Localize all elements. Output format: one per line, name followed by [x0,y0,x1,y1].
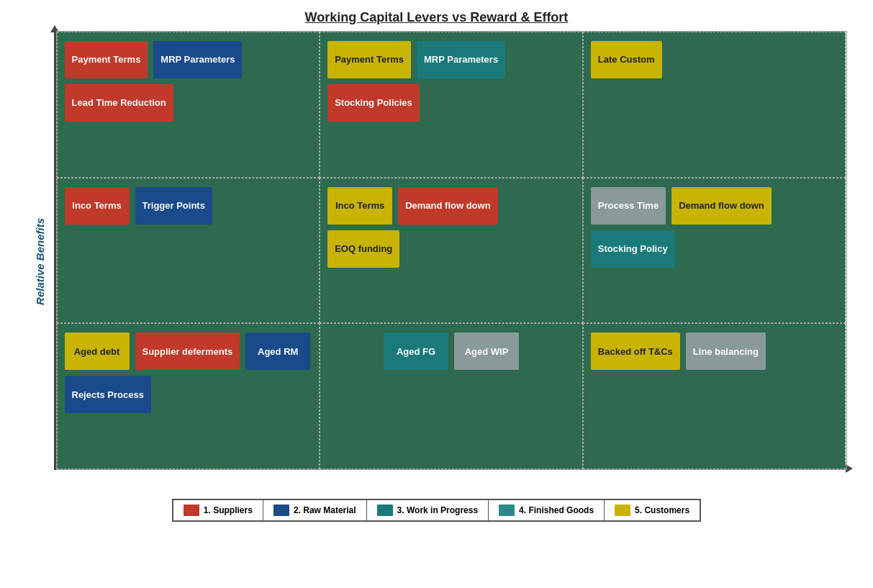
card-stocking-policy: Stocking Policy [591,230,675,268]
card-demand-flow-down-right: Demand flow down [671,187,771,225]
card-inco-terms-customer: Inco Terms [327,187,392,225]
card-process-time: Process Time [591,187,666,225]
cell-r2c2: Backed off T&Cs Line balancing [583,323,846,469]
legend-item-wip: 3. Work in Progress [367,500,489,520]
card-trigger-points: Trigger Points [135,187,212,225]
legend-item-suppliers: 1. Suppliers [173,500,263,520]
legend-item-customers: 5. Customers [605,500,700,520]
chart-grid: Payment Terms MRP Parameters Lead Time R… [56,31,847,470]
card-demand-flow-down-mid: Demand flow down [398,187,497,225]
legend-color-suppliers [184,505,199,516]
card-aged-rm: Aged RM [245,333,310,370]
card-rejects-process: Rejects Process [65,376,151,413]
card-aged-debt: Aged debt [65,333,130,370]
legend-label-customers: 5. Customers [635,505,689,515]
cell-r0c2: Late Custom [583,32,846,178]
card-aged-wip: Aged WIP [454,333,519,370]
card-mrp-parameters-raw: MRP Parameters [153,41,242,78]
page-title: Working Capital Levers vs Reward & Effor… [305,10,569,25]
legend-item-raw: 2. Raw Material [263,500,367,520]
cell-r0c1: Payment Terms MRP Parameters Stocking Po… [320,32,583,178]
card-mrp-parameters-wip: MRP Parameters [417,41,505,78]
card-late-custom: Late Custom [591,41,662,78]
legend-color-fg [499,505,515,516]
y-axis-container: Relative Benefits [27,31,54,492]
cell-r1c0: Inco Terms Trigger Points [57,178,320,324]
legend-color-raw [273,505,289,516]
card-aged-fg: Aged FG [384,333,448,370]
legend-label-wip: 3. Work in Progress [397,505,478,515]
cell-r1c1: Inco Terms Demand flow down EOQ funding [320,178,583,324]
card-lead-time-reduction: Lead Time Reduction [65,84,173,122]
legend-color-customers [615,505,630,516]
legend-label-fg: 4. Finished Goods [519,505,594,515]
card-payment-terms-customer: Payment Terms [327,41,411,78]
card-payment-terms-supplier: Payment Terms [65,41,148,78]
legend-item-fg: 4. Finished Goods [489,500,605,520]
card-inco-terms-supplier: Inco Terms [65,187,130,225]
card-eoq-funding: EOQ funding [327,230,399,268]
cell-r2c1: Aged FG Aged WIP [320,323,583,469]
y-axis-label: Relative Benefits [34,218,46,305]
chart-inner: Low Payment Terms MRP Parameters Lead Ti… [54,31,847,492]
card-backed-off-tcs: Backed off T&Cs [591,333,680,370]
card-stocking-policies: Stocking Policies [327,84,420,122]
legend: 1. Suppliers 2. Raw Material 3. Work in … [172,499,701,522]
cell-r1c2: Process Time Demand flow down Stocking P… [583,178,846,324]
card-line-balancing: Line balancing [686,333,766,370]
legend-label-raw: 2. Raw Material [294,505,356,515]
legend-label-suppliers: 1. Suppliers [204,505,253,515]
card-supplier-deferments: Supplier deferments [135,333,240,370]
legend-color-wip [377,505,393,516]
cell-r0c0: Payment Terms MRP Parameters Lead Time R… [57,32,320,178]
cell-r2c0: Aged debt Supplier deferments Aged RM Re… [57,323,320,469]
